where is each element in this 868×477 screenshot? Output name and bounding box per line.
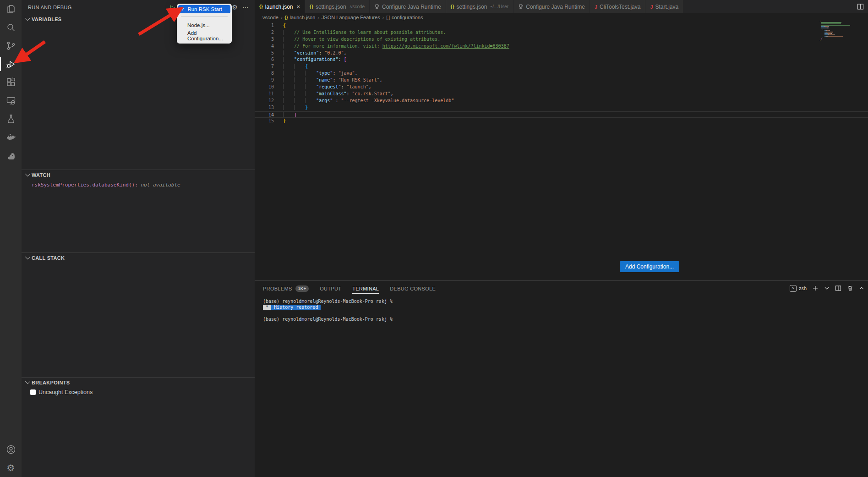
settings-gear-icon[interactable]: ⚙ <box>0 459 22 477</box>
terminal-dropdown-chevron-icon[interactable] <box>824 285 830 291</box>
line-number: 3 <box>255 36 274 43</box>
run-and-debug-icon[interactable] <box>0 55 22 73</box>
remote-explorer-icon[interactable] <box>0 92 22 110</box>
watch-expression-row[interactable]: rskSystemProperties.databaseKind(): not … <box>22 180 255 188</box>
minimap-line <box>820 27 851 28</box>
terminal-output[interactable]: (base) reynoldmorel@Reynolds-MacBook-Pro… <box>255 296 868 322</box>
editor-area: {}launch.json×{}settings.json.vscodeConf… <box>255 0 868 280</box>
code-line-15[interactable]: 15} <box>255 118 868 125</box>
terminal-shell-button[interactable]: > zsh <box>790 285 807 292</box>
dropdown-separator <box>181 16 228 17</box>
breakpoint-label: Uncaught Exceptions <box>38 389 93 395</box>
line-number: 15 <box>255 118 274 125</box>
tab-configure-java-runtime[interactable]: Configure Java Runtime <box>513 0 590 13</box>
extensions-icon[interactable] <box>0 73 22 92</box>
line-number: 2 <box>255 29 274 36</box>
call-stack-section-header[interactable]: CALL STACK <box>22 253 255 263</box>
tab-bar: {}launch.json×{}settings.json.vscodeConf… <box>255 0 868 13</box>
vscode-window: ⚙ RUN AND DEBUG ▷ ⚙ ⋯ VARIABLES WATCH <box>0 0 868 477</box>
debug-config-dropdown: ✓ Run RSK Start Node.js...Add Configurat… <box>177 4 232 44</box>
line-number: 14 <box>255 112 274 118</box>
start-debugging-icon[interactable]: ▷ <box>170 4 175 11</box>
add-configuration-button[interactable]: Add Configuration... <box>620 261 679 272</box>
breadcrumb-item[interactable]: [ ]configurations <box>386 15 423 20</box>
close-tab-icon[interactable]: × <box>297 3 300 10</box>
line-number: 13 <box>255 104 274 111</box>
terminal-line: * History restored <box>263 304 868 310</box>
code-line-7[interactable]: 7 { <box>255 63 868 70</box>
json-icon: {} <box>451 4 454 9</box>
sidebar-title: RUN AND DEBUG <box>28 5 72 10</box>
line-number: 6 <box>255 56 274 63</box>
line-number: 5 <box>255 50 274 57</box>
breadcrumb-item[interactable]: JSON Language Features <box>322 15 380 20</box>
code-line-1[interactable]: 1{ <box>255 22 868 29</box>
line-number: 1 <box>255 22 274 29</box>
code-line-14[interactable]: 14 ] <box>255 111 868 118</box>
minimap-line <box>820 32 851 33</box>
code-editor[interactable]: 1{2 // Use IntelliSense to learn about p… <box>255 22 868 125</box>
maximize-panel-chevron-icon[interactable] <box>859 285 864 291</box>
kill-terminal-trash-icon[interactable] <box>847 285 853 291</box>
split-terminal-icon[interactable] <box>835 285 841 291</box>
code-line-11[interactable]: 11 "mainClass": "co.rsk.Start", <box>255 91 868 98</box>
breakpoints-section-header[interactable]: BREAKPOINTS <box>22 378 255 388</box>
explorer-icon[interactable] <box>0 0 22 18</box>
code-line-12[interactable]: 12 "args" : "--regtest -Xkeyvalue.dataso… <box>255 98 868 104</box>
search-icon[interactable] <box>0 18 22 37</box>
panel-tab-problems[interactable]: PROBLEMS1K+ <box>263 283 309 294</box>
watch-section: WATCH rskSystemProperties.databaseKind()… <box>22 170 255 252</box>
code-line-8[interactable]: 8 "type": "java", <box>255 70 868 77</box>
minimap-line <box>820 25 851 26</box>
shell-label: zsh <box>799 285 807 291</box>
code-line-9[interactable]: 9 "name": "Run RSK Start", <box>255 77 868 84</box>
code-line-13[interactable]: 13 } <box>255 104 868 111</box>
line-number: 7 <box>255 63 274 70</box>
testing-icon[interactable] <box>0 110 22 128</box>
panel-tab-output[interactable]: OUTPUT <box>320 283 341 294</box>
tab-configure-java-runtime[interactable]: Configure Java Runtime <box>370 0 446 13</box>
terminal-line <box>263 310 868 316</box>
uncaught-exceptions-checkbox[interactable] <box>30 389 36 395</box>
breadcrumb-item[interactable]: {}launch.json <box>285 15 316 20</box>
dropdown-selected-item[interactable]: ✓ Run RSK Start <box>178 5 230 13</box>
new-terminal-icon[interactable] <box>812 285 819 291</box>
json-icon: {} <box>310 4 313 9</box>
minimap-line <box>820 34 851 35</box>
breadcrumb-item[interactable]: .vscode <box>261 15 278 20</box>
code-line-4[interactable]: 4 // For more information, visit: https:… <box>255 43 868 50</box>
dropdown-item-add-configuration[interactable]: Add Configuration... <box>178 29 230 42</box>
call-stack-section: CALL STACK <box>22 252 255 377</box>
minimap[interactable] <box>820 21 851 41</box>
code-line-6[interactable]: 6 "configurations": [ <box>255 56 868 63</box>
minimap-line <box>820 21 851 22</box>
account-icon[interactable] <box>0 440 22 459</box>
source-control-icon[interactable] <box>0 37 22 55</box>
tab-settings-json[interactable]: {}settings.json.vscode <box>305 0 370 13</box>
breadcrumb: .vscode›{}launch.json›JSON Language Feat… <box>255 13 868 22</box>
more-actions-icon[interactable]: ⋯ <box>242 4 249 11</box>
tab-clitoolstest-java[interactable]: JCliToolsTest.java <box>590 0 646 13</box>
open-launch-json-gear-icon[interactable]: ⚙ <box>232 4 238 11</box>
line-number: 8 <box>255 70 274 77</box>
code-line-3[interactable]: 3 // Hover to view descriptions of exist… <box>255 36 868 43</box>
minimap-line <box>820 33 851 34</box>
watch-section-header[interactable]: WATCH <box>22 170 255 180</box>
java-runtime-cup-icon <box>518 4 524 10</box>
dropdown-item-node-js[interactable]: Node.js... <box>178 21 230 29</box>
tab-settings-json[interactable]: {}settings.json~/.../User <box>446 0 513 13</box>
breadcrumb-separator: › <box>382 15 384 20</box>
code-line-5[interactable]: 5 "version": "0.2.0", <box>255 50 868 57</box>
tab-start-java[interactable]: JStart.java <box>645 0 683 13</box>
code-line-10[interactable]: 10 "request": "launch", <box>255 84 868 91</box>
breakpoints-section: BREAKPOINTS Uncaught Exceptions <box>22 377 255 477</box>
docker-icon[interactable] <box>0 128 22 147</box>
gradle-elephant-icon[interactable] <box>0 147 22 165</box>
panel-tab-terminal[interactable]: TERMINAL <box>352 283 379 294</box>
minimap-line <box>820 36 851 37</box>
split-editor-icon[interactable] <box>852 0 868 13</box>
java-icon: J <box>595 4 597 10</box>
tab-launch-json[interactable]: {}launch.json× <box>255 0 305 13</box>
panel-tab-debug-console[interactable]: DEBUG CONSOLE <box>390 283 436 294</box>
code-line-2[interactable]: 2 // Use IntelliSense to learn about pos… <box>255 29 868 36</box>
